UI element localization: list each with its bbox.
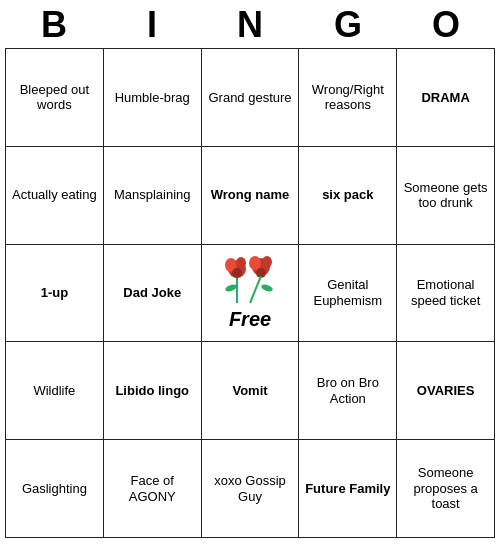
bingo-title: B I N G O [5, 0, 495, 48]
cell-r3-c4: OVARIES [397, 342, 495, 440]
cell-r0-c2: Grand gesture [201, 49, 299, 147]
cell-r2-c1: Dad Joke [103, 244, 201, 342]
cell-r1-c0: Actually eating [6, 146, 104, 244]
cell-r2-c4: Emotional speed ticket [397, 244, 495, 342]
cell-r4-c0: Gaslighting [6, 440, 104, 538]
title-letter-i: I [112, 4, 192, 46]
cell-r3-c2: Vomit [201, 342, 299, 440]
svg-point-3 [232, 268, 242, 278]
svg-point-7 [249, 256, 261, 270]
cell-r2-c3: Genital Euphemism [299, 244, 397, 342]
cell-r4-c1: Face of AGONY [103, 440, 201, 538]
cell-r0-c1: Humble-brag [103, 49, 201, 147]
svg-point-2 [236, 257, 246, 269]
svg-point-5 [224, 283, 237, 293]
cell-r3-c1: Libido lingo [103, 342, 201, 440]
cell-r0-c3: Wrong/Right reasons [299, 49, 397, 147]
bingo-grid: Bleeped out wordsHumble-bragGrand gestur… [5, 48, 495, 538]
free-label: Free [205, 307, 296, 331]
cell-r4-c3: Future Family [299, 440, 397, 538]
title-letter-n: N [210, 4, 290, 46]
title-letter-o: O [406, 4, 486, 46]
title-letter-b: B [14, 4, 94, 46]
svg-point-8 [262, 256, 272, 268]
cell-r2-c2: Free [201, 244, 299, 342]
cell-r3-c3: Bro on Bro Action [299, 342, 397, 440]
cell-r0-c4: DRAMA [397, 49, 495, 147]
svg-line-10 [250, 276, 261, 303]
rose-icon [223, 255, 277, 305]
cell-r4-c4: Someone proposes a toast [397, 440, 495, 538]
cell-r2-c0: 1-up [6, 244, 104, 342]
cell-r1-c1: Mansplaining [103, 146, 201, 244]
cell-r1-c3: six pack [299, 146, 397, 244]
svg-point-11 [260, 283, 273, 293]
cell-r1-c4: Someone gets too drunk [397, 146, 495, 244]
cell-r1-c2: Wrong name [201, 146, 299, 244]
cell-r4-c2: xoxo Gossip Guy [201, 440, 299, 538]
cell-r0-c0: Bleeped out words [6, 49, 104, 147]
cell-r3-c0: Wildlife [6, 342, 104, 440]
title-letter-g: G [308, 4, 388, 46]
